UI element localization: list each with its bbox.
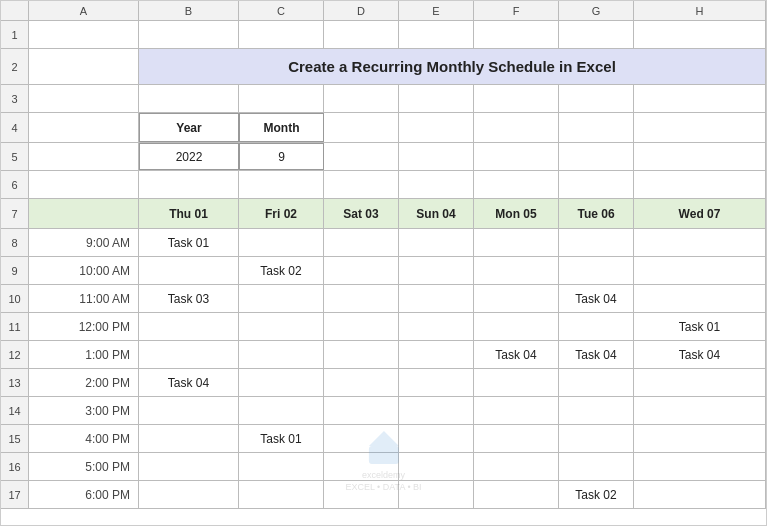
tue-16[interactable] <box>559 453 634 480</box>
wed-9[interactable] <box>634 257 766 284</box>
tue-17[interactable]: Task 02 <box>559 481 634 508</box>
cell-5e[interactable] <box>324 143 399 170</box>
wed-15[interactable] <box>634 425 766 452</box>
month-value-cell[interactable]: 9 <box>239 143 324 170</box>
cell-6g[interactable] <box>474 171 559 198</box>
cell-4f[interactable] <box>399 113 474 142</box>
cell-2b[interactable] <box>29 49 139 84</box>
tue-14[interactable] <box>559 397 634 424</box>
mon-14[interactable] <box>474 397 559 424</box>
cell-6e[interactable] <box>324 171 399 198</box>
thu-15[interactable] <box>139 425 239 452</box>
thu-16[interactable] <box>139 453 239 480</box>
sun-8[interactable] <box>399 229 474 256</box>
fri-15[interactable]: Task 01 <box>239 425 324 452</box>
cell-4i[interactable] <box>634 113 766 142</box>
thu-11[interactable] <box>139 313 239 340</box>
cell-4g[interactable] <box>474 113 559 142</box>
cell-6i[interactable] <box>634 171 766 198</box>
cell-1f[interactable] <box>399 21 474 48</box>
cell-6c[interactable] <box>139 171 239 198</box>
sun-17[interactable] <box>399 481 474 508</box>
mon-15[interactable] <box>474 425 559 452</box>
thu-9[interactable] <box>139 257 239 284</box>
thu-13[interactable]: Task 04 <box>139 369 239 396</box>
cell-6d[interactable] <box>239 171 324 198</box>
sun-15[interactable] <box>399 425 474 452</box>
cell-3b[interactable] <box>29 85 139 112</box>
cell-1b[interactable] <box>29 21 139 48</box>
cell-1h[interactable] <box>559 21 634 48</box>
wed-13[interactable] <box>634 369 766 396</box>
mon-9[interactable] <box>474 257 559 284</box>
cell-1c[interactable] <box>139 21 239 48</box>
tue-8[interactable] <box>559 229 634 256</box>
fri-11[interactable] <box>239 313 324 340</box>
fri-13[interactable] <box>239 369 324 396</box>
cell-1d[interactable] <box>239 21 324 48</box>
sat-10[interactable] <box>324 285 399 312</box>
cell-6f[interactable] <box>399 171 474 198</box>
fri-9[interactable]: Task 02 <box>239 257 324 284</box>
sat-9[interactable] <box>324 257 399 284</box>
sat-8[interactable] <box>324 229 399 256</box>
sun-11[interactable] <box>399 313 474 340</box>
cell-1i[interactable] <box>634 21 766 48</box>
cell-3f[interactable] <box>399 85 474 112</box>
wed-16[interactable] <box>634 453 766 480</box>
sun-13[interactable] <box>399 369 474 396</box>
fri-17[interactable] <box>239 481 324 508</box>
wed-8[interactable] <box>634 229 766 256</box>
sun-9[interactable] <box>399 257 474 284</box>
cell-6h[interactable] <box>559 171 634 198</box>
thu-12[interactable] <box>139 341 239 368</box>
tue-11[interactable] <box>559 313 634 340</box>
tue-15[interactable] <box>559 425 634 452</box>
mon-13[interactable] <box>474 369 559 396</box>
tue-10[interactable]: Task 04 <box>559 285 634 312</box>
sat-13[interactable] <box>324 369 399 396</box>
fri-8[interactable] <box>239 229 324 256</box>
sat-11[interactable] <box>324 313 399 340</box>
mon-16[interactable] <box>474 453 559 480</box>
sat-17[interactable] <box>324 481 399 508</box>
cell-3c[interactable] <box>139 85 239 112</box>
fri-12[interactable] <box>239 341 324 368</box>
cell-6b[interactable] <box>29 171 139 198</box>
thu-10[interactable]: Task 03 <box>139 285 239 312</box>
cell-1g[interactable] <box>474 21 559 48</box>
cell-4b[interactable] <box>29 113 139 142</box>
mon-17[interactable] <box>474 481 559 508</box>
cell-5h[interactable] <box>559 143 634 170</box>
thu-17[interactable] <box>139 481 239 508</box>
sun-10[interactable] <box>399 285 474 312</box>
cell-3h[interactable] <box>559 85 634 112</box>
cell-4e[interactable] <box>324 113 399 142</box>
wed-17[interactable] <box>634 481 766 508</box>
tue-13[interactable] <box>559 369 634 396</box>
mon-12[interactable]: Task 04 <box>474 341 559 368</box>
sun-16[interactable] <box>399 453 474 480</box>
wed-10[interactable] <box>634 285 766 312</box>
mon-10[interactable] <box>474 285 559 312</box>
cell-3g[interactable] <box>474 85 559 112</box>
sun-14[interactable] <box>399 397 474 424</box>
mon-11[interactable] <box>474 313 559 340</box>
cell-5b[interactable] <box>29 143 139 170</box>
mon-8[interactable] <box>474 229 559 256</box>
sat-15[interactable] <box>324 425 399 452</box>
wed-14[interactable] <box>634 397 766 424</box>
cell-5f[interactable] <box>399 143 474 170</box>
cell-3d[interactable] <box>239 85 324 112</box>
cell-5i[interactable] <box>634 143 766 170</box>
cell-4h[interactable] <box>559 113 634 142</box>
cell-3i[interactable] <box>634 85 766 112</box>
cell-1e[interactable] <box>324 21 399 48</box>
thu-8[interactable]: Task 01 <box>139 229 239 256</box>
sun-12[interactable] <box>399 341 474 368</box>
fri-10[interactable] <box>239 285 324 312</box>
sat-14[interactable] <box>324 397 399 424</box>
wed-12[interactable]: Task 04 <box>634 341 766 368</box>
cell-3e[interactable] <box>324 85 399 112</box>
thu-14[interactable] <box>139 397 239 424</box>
